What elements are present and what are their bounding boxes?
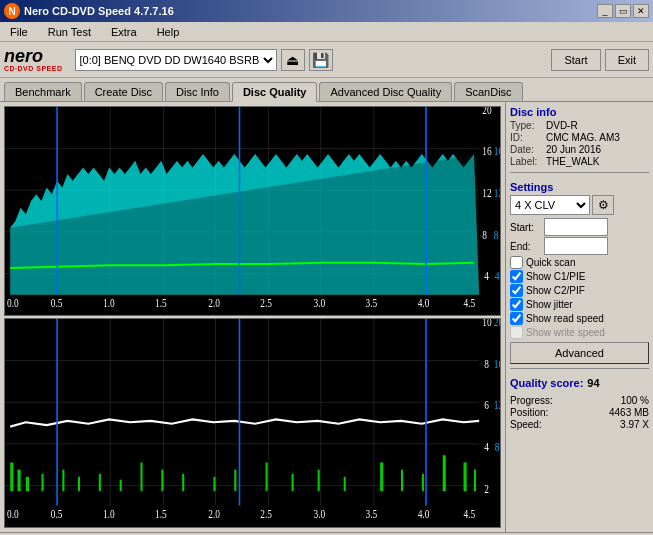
svg-rect-54 <box>62 470 64 492</box>
svg-text:12: 12 <box>494 186 500 199</box>
svg-rect-55 <box>78 477 80 491</box>
tab-create-disc[interactable]: Create Disc <box>84 82 163 101</box>
disc-label-row: Label: THE_WALK <box>510 156 649 167</box>
logo-nero: nero <box>4 47 43 65</box>
disc-id-key: ID: <box>510 132 546 143</box>
menu-runtest[interactable]: Run Test <box>42 24 97 40</box>
show-read-speed-row: Show read speed <box>510 312 649 325</box>
advanced-button[interactable]: Advanced <box>510 342 649 364</box>
show-c2pif-checkbox[interactable] <box>510 284 523 297</box>
svg-rect-50 <box>10 462 13 491</box>
svg-rect-52 <box>26 477 29 491</box>
jitter-chart: 10 8 6 4 2 20 16 12 8 0.0 0.5 1.0 1.5 2.… <box>4 318 501 528</box>
disc-id-val: CMC MAG. AM3 <box>546 132 620 143</box>
app-title: Nero CD-DVD Speed 4.7.7.16 <box>24 5 174 17</box>
pie-chart: 20 16 12 8 4 16 12 8 4 0.0 0.5 1.0 1.5 2… <box>4 106 501 316</box>
svg-text:12: 12 <box>494 398 500 412</box>
position-value: 4463 MB <box>609 407 649 418</box>
svg-text:4: 4 <box>484 269 489 282</box>
drive-selector[interactable]: [0:0] BENQ DVD DD DW1640 BSRB <box>75 49 277 71</box>
svg-rect-59 <box>161 470 163 492</box>
svg-text:20: 20 <box>494 319 500 328</box>
settings-icon[interactable]: ⚙ <box>592 195 614 215</box>
svg-rect-66 <box>344 477 346 491</box>
svg-rect-51 <box>18 470 21 492</box>
tab-disc-info[interactable]: Disc Info <box>165 82 230 101</box>
toolbar: nero CD·DVD SPEED [0:0] BENQ DVD DD DW16… <box>0 42 653 78</box>
svg-text:0.0: 0.0 <box>7 296 19 309</box>
quality-score-label: Quality score: <box>510 377 583 389</box>
menu-file[interactable]: File <box>4 24 34 40</box>
title-bar: N Nero CD-DVD Speed 4.7.7.16 _ ▭ ✕ <box>0 0 653 22</box>
svg-text:8: 8 <box>482 227 487 240</box>
svg-rect-65 <box>318 470 320 492</box>
quick-scan-checkbox[interactable] <box>510 256 523 269</box>
progress-row: Progress: 100 % <box>510 395 649 406</box>
speed-value: 3.97 X <box>620 419 649 430</box>
disc-type-val: DVD-R <box>546 120 578 131</box>
start-label: Start: <box>510 222 542 233</box>
progress-label: Progress: <box>510 395 553 406</box>
show-write-speed-row: Show write speed <box>510 326 649 339</box>
show-read-speed-label: Show read speed <box>526 313 604 324</box>
logo: nero CD·DVD SPEED <box>4 47 63 72</box>
start-button[interactable]: Start <box>551 49 600 71</box>
svg-text:4.5: 4.5 <box>464 296 476 309</box>
window-controls[interactable]: _ ▭ ✕ <box>597 4 649 18</box>
eject-icon[interactable]: ⏏ <box>281 49 305 71</box>
show-c1pie-checkbox[interactable] <box>510 270 523 283</box>
exit-button[interactable]: Exit <box>605 49 649 71</box>
restore-button[interactable]: ▭ <box>615 4 631 18</box>
disc-info-label: Disc info <box>510 106 649 118</box>
tab-scandisc[interactable]: ScanDisc <box>454 82 522 101</box>
svg-text:2.5: 2.5 <box>260 296 272 309</box>
app-icon: N <box>4 3 20 19</box>
show-jitter-checkbox[interactable] <box>510 298 523 311</box>
close-button[interactable]: ✕ <box>633 4 649 18</box>
disc-date-row: Date: 20 Jun 2016 <box>510 144 649 155</box>
svg-rect-69 <box>422 474 424 491</box>
tab-advanced-disc-quality[interactable]: Advanced Disc Quality <box>319 82 452 101</box>
show-write-speed-checkbox[interactable] <box>510 326 523 339</box>
disc-type-row: Type: DVD-R <box>510 120 649 131</box>
speed-label: Speed: <box>510 419 542 430</box>
quality-score-row: Quality score: 94 <box>510 377 649 389</box>
show-c2pif-row: Show C2/PIF <box>510 284 649 297</box>
svg-rect-60 <box>182 474 184 491</box>
show-read-speed-checkbox[interactable] <box>510 312 523 325</box>
tab-benchmark[interactable]: Benchmark <box>4 82 82 101</box>
svg-text:10: 10 <box>482 319 492 328</box>
svg-text:3.0: 3.0 <box>313 296 325 309</box>
svg-text:8: 8 <box>484 356 489 370</box>
settings-section: Settings 4 X CLV 8 X CLV Maximum ⚙ Start… <box>510 177 649 364</box>
minimize-button[interactable]: _ <box>597 4 613 18</box>
quality-score-value: 94 <box>587 377 599 389</box>
show-jitter-row: Show jitter <box>510 298 649 311</box>
menu-extra[interactable]: Extra <box>105 24 143 40</box>
svg-text:2.0: 2.0 <box>208 507 220 521</box>
svg-text:2.5: 2.5 <box>260 507 272 521</box>
svg-rect-68 <box>401 470 403 492</box>
end-input[interactable]: 4464 MB <box>544 237 608 255</box>
tab-disc-quality[interactable]: Disc Quality <box>232 82 318 102</box>
speed-selector[interactable]: 4 X CLV 8 X CLV Maximum <box>510 195 590 215</box>
svg-rect-63 <box>266 462 268 491</box>
disc-date-val: 20 Jun 2016 <box>546 144 601 155</box>
svg-text:3.0: 3.0 <box>313 507 325 521</box>
start-input[interactable]: 0000 MB <box>544 218 608 236</box>
svg-text:4.0: 4.0 <box>418 296 430 309</box>
position-row: Position: 4463 MB <box>510 407 649 418</box>
progress-section: Progress: 100 % Position: 4463 MB Speed:… <box>510 395 649 431</box>
disc-id-row: ID: CMC MAG. AM3 <box>510 132 649 143</box>
svg-text:0.5: 0.5 <box>51 296 63 309</box>
svg-rect-61 <box>213 477 215 491</box>
menu-help[interactable]: Help <box>151 24 186 40</box>
show-c1pie-label: Show C1/PIE <box>526 271 585 282</box>
show-c2pif-label: Show C2/PIF <box>526 285 585 296</box>
svg-text:3.5: 3.5 <box>366 507 378 521</box>
svg-text:12: 12 <box>482 186 491 199</box>
disc-info-section: Disc info Type: DVD-R ID: CMC MAG. AM3 D… <box>510 106 649 168</box>
main-content: 20 16 12 8 4 16 12 8 4 0.0 0.5 1.0 1.5 2… <box>0 101 653 532</box>
svg-text:8: 8 <box>495 440 500 454</box>
save-icon[interactable]: 💾 <box>309 49 333 71</box>
